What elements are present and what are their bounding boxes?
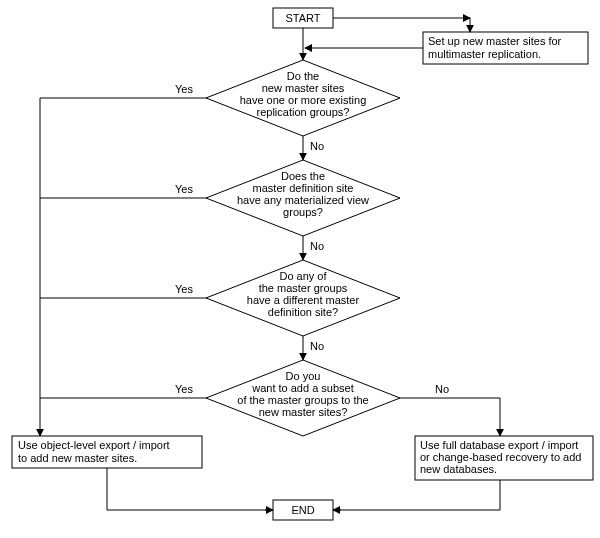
d3-l1: Do any of: [279, 270, 327, 282]
flowchart: START Set up new master sites for multim…: [0, 0, 600, 538]
d4-no-label: No: [435, 383, 449, 395]
d2-l3: have any materialized view: [237, 194, 369, 206]
pL-l2: to add new master sites.: [18, 452, 137, 464]
d4-l1: Do you: [286, 370, 321, 382]
d4-l4: new master sites?: [259, 406, 348, 418]
d3-l3: have a different master: [247, 294, 360, 306]
pL-l1: Use object-level export / import: [18, 439, 170, 451]
d3-l4: definition site?: [268, 306, 338, 318]
d2-l2: master definition site: [253, 182, 354, 194]
d2-yes-label: Yes: [175, 183, 193, 195]
pR-l3: new databases.: [420, 463, 497, 475]
d3-no-label: No: [310, 340, 324, 352]
d1-l4: replication groups?: [257, 106, 350, 118]
end-label: END: [291, 504, 314, 516]
edge-pR-end: [336, 480, 500, 510]
edge-d4-no: [400, 398, 500, 435]
setup-text-2: multimaster replication.: [428, 48, 541, 60]
d1-no-label: No: [310, 140, 324, 152]
d3-l2: the master groups: [259, 282, 348, 294]
pR-l1: Use full database export / import: [420, 439, 578, 451]
d1-l2: new master sites: [262, 82, 345, 94]
pR-l2: or change-based recovery to add: [420, 451, 581, 463]
d1-yes-label: Yes: [175, 83, 193, 95]
d4-l2: want to add a subset: [251, 382, 354, 394]
edge-pL-end: [107, 468, 270, 510]
d3-yes-label: Yes: [175, 283, 193, 295]
setup-text-1: Set up new master sites for: [428, 35, 562, 47]
start-label: START: [285, 12, 320, 24]
d2-no-label: No: [310, 240, 324, 252]
d2-l4: groups?: [283, 206, 323, 218]
d4-yes-label: Yes: [175, 383, 193, 395]
d4-l3: of the master groups to the: [237, 394, 368, 406]
d1-l3: have one or more existing: [240, 94, 367, 106]
d1-l1: Do the: [287, 70, 319, 82]
d2-l1: Does the: [281, 170, 325, 182]
